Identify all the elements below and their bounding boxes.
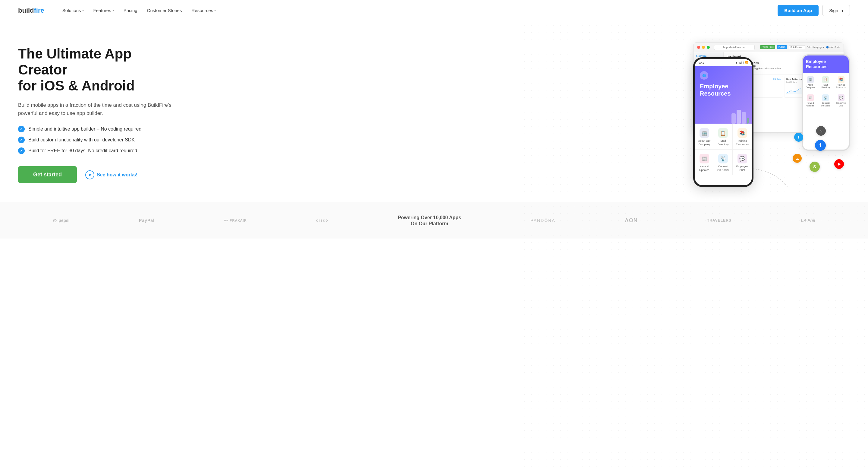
right-item-staff[interactable]: 📋 StaffDirectory bbox=[818, 73, 834, 92]
facebook-icon: f bbox=[815, 140, 826, 151]
right-phone-header: EmployeeResources bbox=[803, 56, 849, 73]
grid-item-training[interactable]: 📚 TrainingResources bbox=[733, 124, 752, 150]
right-item-chat[interactable]: 💬 EmployeeChat bbox=[833, 91, 849, 110]
about-label: About OurCompany bbox=[698, 139, 710, 146]
right-item-training[interactable]: 📚 TrainingResources bbox=[833, 73, 849, 92]
youtube-icon: ▶ bbox=[834, 159, 844, 169]
brand-pandora: PANDÖRA bbox=[530, 218, 555, 223]
get-started-button[interactable]: Get started bbox=[18, 166, 77, 183]
right-news-icon: 📰 bbox=[807, 94, 814, 101]
check-icon-3 bbox=[18, 147, 25, 154]
right-item-news[interactable]: 📰 News &Updates bbox=[803, 91, 818, 110]
header-actions: Build an App Sign in bbox=[778, 5, 850, 16]
grid-item-social[interactable]: 📡 ConnectOn Social bbox=[714, 150, 733, 175]
social-icon: 📡 bbox=[718, 154, 728, 164]
sign-in-button[interactable]: Sign in bbox=[822, 5, 850, 16]
browser-dot-green bbox=[707, 46, 710, 49]
nav-pricing[interactable]: Pricing bbox=[124, 8, 137, 13]
see-how-button[interactable]: See how it works! bbox=[85, 170, 137, 179]
hero-section: The Ultimate App Creator for iOS & Andro… bbox=[0, 21, 868, 202]
nav-features[interactable]: Features ▾ bbox=[93, 8, 114, 13]
logo-fire-text: fire bbox=[34, 7, 44, 14]
chevron-down-icon: ▾ bbox=[113, 9, 114, 12]
hero-buttons: Get started See how it works! bbox=[18, 166, 175, 183]
right-item-about[interactable]: 🏢 AboutCompany bbox=[803, 73, 818, 92]
hero-subtitle: Build mobile apps in a fraction of the t… bbox=[18, 101, 175, 117]
shopify-icon: S bbox=[809, 161, 820, 172]
feature-item-1: Simple and intuitive app builder – No co… bbox=[18, 126, 175, 132]
person-icon-3 bbox=[742, 112, 746, 124]
twitter-icon: t bbox=[794, 133, 803, 142]
nav-solutions[interactable]: Solutions ▾ bbox=[62, 8, 84, 13]
right-news-label: News &Updates bbox=[807, 102, 814, 107]
plant-icon bbox=[747, 118, 749, 124]
right-training-label: TrainingResources bbox=[836, 84, 846, 89]
about-icon: 🏢 bbox=[700, 128, 709, 138]
logo[interactable]: buildfire bbox=[18, 7, 44, 14]
phone-illustration bbox=[732, 110, 749, 124]
stripe-icon: S bbox=[816, 126, 826, 136]
right-chat-label: EmployeeChat bbox=[836, 102, 846, 107]
nav-customer-stories[interactable]: Customer Stories bbox=[147, 8, 182, 13]
phone-screen: 9:41 ▶ WiFi 📶 🌐 EmployeeResources bbox=[695, 59, 752, 185]
right-staff-icon: 📋 bbox=[822, 76, 829, 83]
browser-dot-yellow bbox=[702, 46, 705, 49]
phone-status-bar: 9:41 ▶ WiFi 📶 bbox=[695, 59, 752, 66]
hero-content: The Ultimate App Creator for iOS & Andro… bbox=[18, 46, 175, 183]
news-label: News &Updates bbox=[699, 165, 710, 172]
chevron-down-icon: ▾ bbox=[82, 9, 84, 12]
brand-aon: AON bbox=[625, 217, 638, 224]
tab-buildfire[interactable]: BuildFire App bbox=[789, 45, 805, 49]
feature-item-3: Build for FREE for 30 days. No credit ca… bbox=[18, 147, 175, 154]
phone-app-grid: 🏢 About OurCompany 📋 StaffDirectory 📚 Tr… bbox=[695, 124, 752, 175]
brand-cisco: cisco bbox=[316, 218, 329, 223]
feature-item-2: Build custom functionality with our deve… bbox=[18, 137, 175, 143]
person-icon-1 bbox=[732, 113, 736, 124]
full-stats-link[interactable]: Full Stats bbox=[773, 78, 781, 80]
check-icon-1 bbox=[18, 126, 25, 132]
grid-item-news[interactable]: 📰 News &Updates bbox=[695, 150, 714, 175]
play-icon bbox=[85, 170, 94, 179]
social-label: ConnectOn Social bbox=[717, 165, 729, 172]
browser-url: http://buildfire.com bbox=[714, 45, 755, 50]
hero-title: The Ultimate App Creator for iOS & Andro… bbox=[18, 46, 175, 94]
news-icon: 📰 bbox=[700, 154, 709, 164]
grid-item-about[interactable]: 🏢 About OurCompany bbox=[695, 124, 714, 150]
staff-icon: 📋 bbox=[718, 128, 728, 138]
phone-app-logo: 🌐 bbox=[700, 71, 708, 80]
grid-item-chat[interactable]: 💬 EmployeeChat bbox=[733, 150, 752, 175]
right-about-icon: 🏢 bbox=[807, 76, 814, 83]
tab-publish[interactable]: Publish bbox=[777, 45, 787, 49]
training-label: TrainingResources bbox=[736, 139, 749, 146]
chevron-down-icon: ▾ bbox=[214, 9, 216, 12]
training-icon: 📚 bbox=[738, 128, 747, 138]
browser-dot-red bbox=[697, 46, 700, 49]
right-phone-title: EmployeeResources bbox=[806, 59, 846, 69]
logo-build-text: build bbox=[18, 7, 34, 14]
brands-center-text: Powering Over 10,000 Apps On Our Platfor… bbox=[398, 214, 461, 227]
browser-user: Select Language ▾ 🔵 John Smith bbox=[807, 46, 840, 49]
grid-item-staff[interactable]: 📋 StaffDirectory bbox=[714, 124, 733, 150]
right-chat-icon: 💬 bbox=[838, 94, 844, 101]
chat-label: EmployeeChat bbox=[736, 165, 748, 172]
build-app-button[interactable]: Build an App bbox=[778, 5, 818, 16]
tab-pricing[interactable]: Pricing Page bbox=[760, 45, 775, 49]
phone-mockup-main: 9:41 ▶ WiFi 📶 🌐 EmployeeResources bbox=[693, 57, 753, 187]
brand-travelers: TRAVELERS bbox=[707, 218, 732, 223]
brand-paypal: PayPal bbox=[139, 218, 155, 223]
check-icon-2 bbox=[18, 137, 25, 143]
phone-mockup-right: EmployeeResources 🏢 AboutCompany 📋 Staff… bbox=[802, 54, 850, 151]
right-about-label: AboutCompany bbox=[806, 84, 815, 89]
header: buildfire Solutions ▾ Features ▾ Pricing… bbox=[0, 0, 868, 21]
brands-section: ⊙ pepsi PayPal ≡≡ PRAXAIR cisco Powering… bbox=[0, 202, 868, 238]
right-item-social[interactable]: 📡 ConnectOn Social bbox=[818, 91, 834, 110]
brand-praxair: ≡≡ PRAXAIR bbox=[224, 218, 247, 222]
brand-pepsi: ⊙ pepsi bbox=[53, 218, 70, 224]
cloudflare-icon: ☁ bbox=[793, 154, 802, 163]
main-nav: Solutions ▾ Features ▾ Pricing Customer … bbox=[62, 8, 216, 13]
right-training-icon: 📚 bbox=[838, 76, 844, 83]
person-icon-2 bbox=[737, 110, 741, 124]
right-social-label: ConnectOn Social bbox=[821, 102, 830, 107]
right-phone-grid: 🏢 AboutCompany 📋 StaffDirectory 📚 Traini… bbox=[803, 73, 849, 110]
nav-resources[interactable]: Resources ▾ bbox=[191, 8, 216, 13]
